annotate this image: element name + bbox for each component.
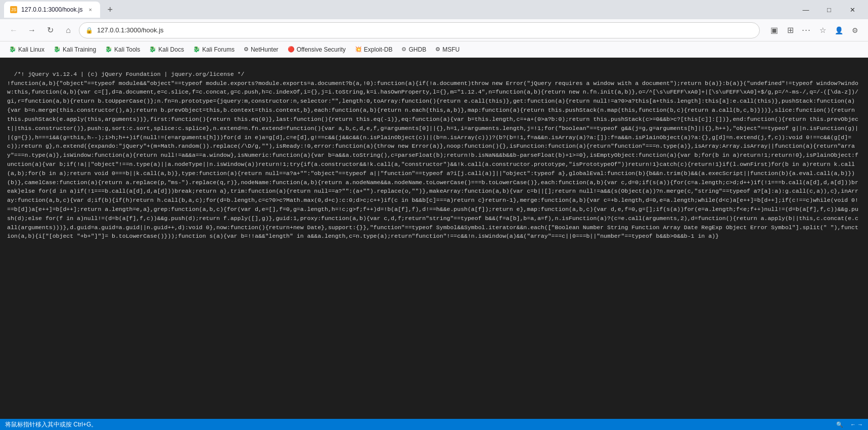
bookmark-icon-ghdb: ⚙ — [401, 46, 406, 53]
menu-btn[interactable]: ··· — [799, 23, 813, 37]
bookmark-label-msfu: MSFU — [442, 46, 460, 53]
bookmark-icon-kali-training: 🐉 — [54, 46, 61, 53]
zoom-icon: 🔍 — [836, 421, 843, 428]
bookmark-label-nethunter: NetHunter — [251, 46, 279, 53]
minimize-button[interactable]: — — [794, 0, 817, 19]
status-bar: 将鼠标指针移入其中或按 Ctrl+G。 🔍 ← → — [0, 419, 868, 430]
active-tab[interactable]: JS 127.0.0.1:3000/hook.js × — [4, 2, 100, 18]
close-button[interactable]: ✕ — [841, 0, 864, 19]
bookmarks-bar: 🐉Kali Linux🐉Kali Training🐉Kali Tools🐉Kal… — [0, 41, 868, 58]
lock-icon: 🔒 — [85, 27, 93, 34]
bookmark-icon-kali-linux: 🐉 — [9, 46, 16, 53]
title-bar: JS 127.0.0.1:3000/hook.js × + — □ ✕ — [0, 0, 868, 19]
bookmark-icon-exploit-db: 💥 — [355, 46, 362, 53]
bookmark-item-kali-linux[interactable]: 🐉Kali Linux — [5, 45, 49, 55]
bookmark-icon-kali-tools: 🐉 — [105, 46, 112, 53]
status-text: 将鼠标指针移入其中或按 Ctrl+G。 — [5, 420, 831, 429]
bookmark-label-kali-training: Kali Training — [63, 46, 96, 53]
address-bar[interactable]: 🔒 127.0.0.1:3000/hook.js — [79, 22, 760, 38]
status-right: 🔍 ← → — [836, 421, 863, 428]
account-btn[interactable]: 👤 — [832, 23, 846, 37]
bookmark-label-kali-linux: Kali Linux — [18, 46, 44, 53]
bookmark-item-kali-forums[interactable]: 🐉Kali Forums — [189, 45, 239, 55]
tab-favicon: JS — [10, 6, 17, 13]
bookmark-item-ghdb[interactable]: ⚙GHDB — [397, 45, 430, 55]
bookmark-icon-nethunter: ⚙ — [244, 46, 249, 53]
home-button[interactable]: ⌂ — [61, 23, 76, 38]
code-text: /*! jQuery v1.12.4 | (c) jQuery Foundati… — [7, 71, 858, 240]
settings-btn[interactable]: ⚙ — [848, 23, 862, 37]
forward-button[interactable]: → — [24, 23, 39, 38]
bookmark-icon-msfu: ⚙ — [435, 46, 440, 53]
tab-close-button[interactable]: × — [86, 6, 94, 14]
bookmark-icon-kali-forums: 🐉 — [193, 46, 200, 53]
bookmark-item-msfu[interactable]: ⚙MSFU — [431, 45, 464, 55]
screenshot-btn[interactable]: ▣ — [767, 23, 781, 37]
bookmark-label-kali-forums: Kali Forums — [202, 46, 235, 53]
maximize-button[interactable]: □ — [817, 0, 841, 19]
code-content-area: /*! jQuery v1.12.4 | (c) jQuery Foundati… — [0, 58, 868, 419]
favorites-btn[interactable]: ☆ — [815, 23, 830, 37]
url-text: 127.0.0.1:3000/hook.js — [97, 26, 753, 34]
bookmark-label-ghdb: GHDB — [408, 46, 426, 53]
bookmark-item-offensive-security[interactable]: 🔴Offensive Security — [284, 45, 350, 55]
bookmark-label-offensive-security: Offensive Security — [297, 46, 346, 53]
reload-button[interactable]: ↻ — [42, 23, 58, 38]
bookmark-icon-kali-docs: 🐉 — [149, 46, 156, 53]
bookmark-label-exploit-db: Exploit-DB — [364, 46, 393, 53]
bookmark-item-kali-tools[interactable]: 🐉Kali Tools — [101, 45, 144, 55]
bookmark-item-exploit-db[interactable]: 💥Exploit-DB — [351, 45, 397, 55]
back-button[interactable]: ← — [6, 23, 21, 38]
nav-arrows: ← → — [850, 421, 863, 427]
bookmark-item-nethunter[interactable]: ⚙NetHunter — [240, 45, 283, 55]
bookmark-label-kali-docs: Kali Docs — [158, 46, 184, 53]
bookmark-item-kali-docs[interactable]: 🐉Kali Docs — [145, 45, 188, 55]
window-controls: — □ ✕ — [794, 0, 864, 19]
tab-title: 127.0.0.1:3000/hook.js — [21, 6, 82, 13]
extensions-btn[interactable]: ⊞ — [783, 23, 797, 37]
nav-right-controls: ▣ ⊞ ··· ☆ 👤 ⚙ — [767, 23, 862, 37]
new-tab-button[interactable]: + — [103, 3, 117, 17]
bookmark-item-kali-training[interactable]: 🐉Kali Training — [50, 45, 100, 55]
bookmark-label-kali-tools: Kali Tools — [114, 46, 140, 53]
tab-group: JS 127.0.0.1:3000/hook.js × + — [4, 0, 117, 19]
bookmark-icon-offensive-security: 🔴 — [288, 46, 295, 53]
nav-bar: ← → ↻ ⌂ 🔒 127.0.0.1:3000/hook.js ▣ ⊞ ···… — [0, 19, 868, 41]
